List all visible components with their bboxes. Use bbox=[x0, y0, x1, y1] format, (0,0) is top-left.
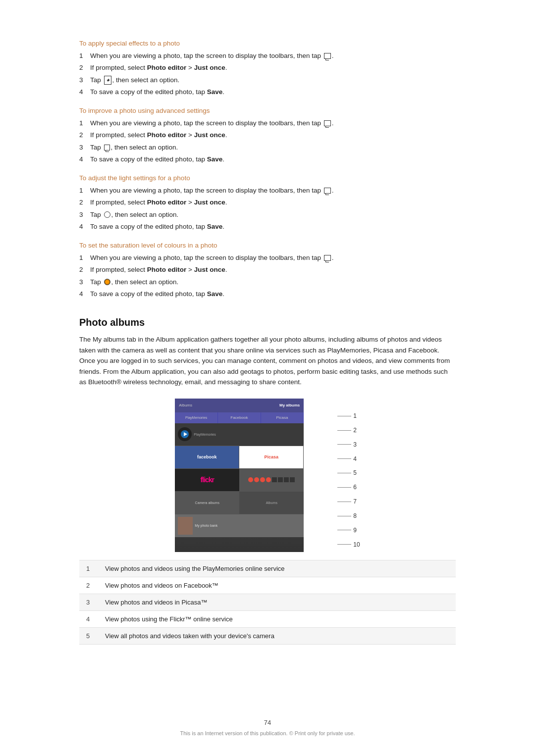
step-1-4: 4 To save a copy of the edited photo, ta… bbox=[79, 87, 456, 97]
photobank-row: My photo bank bbox=[175, 514, 304, 537]
section-adjust-light: To adjust the light settings for a photo… bbox=[79, 174, 456, 232]
legend-num: 5 bbox=[79, 627, 98, 644]
facebook-cell: facebook bbox=[175, 446, 239, 468]
section-heading-4: To set the saturation level of colours i… bbox=[79, 242, 456, 249]
step-2-4: 4 To save a copy of the edited photo, ta… bbox=[79, 154, 456, 164]
legend-num: 1 bbox=[79, 560, 98, 577]
step-1-3: 3 Tap ✦, then select an option. bbox=[79, 75, 456, 85]
step-4-1: 1 When you are viewing a photo, tap the … bbox=[79, 253, 456, 263]
step-4-2: 2 If prompted, select Photo editor > Jus… bbox=[79, 265, 456, 275]
photo-albums-section: Photo albums The My albums tab in the Al… bbox=[79, 317, 456, 645]
grid-icon bbox=[104, 145, 110, 151]
steps-list-3: 1 When you are viewing a photo, tap the … bbox=[79, 186, 456, 232]
phone-tab-row: PlayMemories Facebook Picasa bbox=[175, 412, 304, 423]
edit-icon-2 bbox=[324, 120, 331, 126]
step-3-4: 4 To save a copy of the edited photo, ta… bbox=[79, 222, 456, 232]
edit-icon bbox=[324, 53, 331, 59]
my-albums-tab: My albums bbox=[279, 403, 300, 407]
ref-5: 5 bbox=[337, 469, 360, 476]
photo-thumbnails-cell bbox=[240, 469, 304, 491]
tab-picasa: Picasa bbox=[261, 412, 304, 423]
fx-icon: ✦ bbox=[104, 76, 111, 85]
callout-numbers: 1 2 3 4 5 6 7 8 9 10 bbox=[337, 399, 360, 552]
step-1-1: 1 When you are viewing a photo, tap the … bbox=[79, 51, 456, 61]
step-2-1: 1 When you are viewing a photo, tap the … bbox=[79, 118, 456, 128]
legend-text: View photos using the Flickr™ online ser… bbox=[98, 610, 456, 627]
picasa-cell: Picasa bbox=[239, 446, 304, 468]
color-icon bbox=[104, 279, 110, 285]
photo-albums-description: The My albums tab in the Album applicati… bbox=[79, 334, 456, 388]
legend-row: 3View photos and videos in Picasa™ bbox=[79, 594, 456, 610]
playmemories-row: PlayMemories bbox=[175, 423, 304, 446]
ref-8: 8 bbox=[337, 512, 360, 519]
facebook-picasa-row: facebook Picasa bbox=[175, 446, 304, 469]
step-3-3: 3 Tap , then select an option. bbox=[79, 210, 456, 220]
page-number: 74 bbox=[0, 719, 535, 726]
camera-label: Camera albums bbox=[175, 492, 239, 514]
tab-playmemories: PlayMemories bbox=[175, 412, 218, 423]
legend-row: 5View all photos and videos taken with y… bbox=[79, 627, 456, 644]
step-3-2: 2 If prompted, select Photo editor > Jus… bbox=[79, 198, 456, 207]
step-1-2: 2 If prompted, select Photo editor > Jus… bbox=[79, 63, 456, 73]
ref-1: 1 bbox=[337, 412, 360, 419]
edit-icon-3 bbox=[324, 188, 331, 194]
phone-screen: Albums My albums PlayMemories Facebook P… bbox=[175, 399, 304, 552]
section-heading-2: To improve a photo using advanced settin… bbox=[79, 107, 456, 114]
phone-top-bar: Albums My albums bbox=[175, 399, 304, 412]
light-icon bbox=[104, 211, 110, 218]
tab-facebook: Facebook bbox=[218, 412, 261, 423]
legend-num: 3 bbox=[79, 594, 98, 610]
step-4-4: 4 To save a copy of the edited photo, ta… bbox=[79, 289, 456, 299]
section-apply-special-effects: To apply special effects to a photo 1 Wh… bbox=[79, 40, 456, 97]
ref-4: 4 bbox=[337, 455, 360, 462]
ref-3: 3 bbox=[337, 441, 360, 448]
section-saturation: To set the saturation level of colours i… bbox=[79, 242, 456, 299]
section-improve-advanced: To improve a photo using advanced settin… bbox=[79, 107, 456, 164]
camera-row: Camera albums Albums bbox=[175, 492, 304, 514]
legend-row: 1View photos and videos using the PlayMe… bbox=[79, 560, 456, 577]
photo-albums-heading: Photo albums bbox=[79, 317, 456, 328]
step-2-2: 2 If prompted, select Photo editor > Jus… bbox=[79, 130, 456, 140]
screenshot-box: Albums My albums PlayMemories Facebook P… bbox=[175, 399, 333, 552]
legend-row: 2View photos and videos on Facebook™ bbox=[79, 577, 456, 594]
ref-9: 9 bbox=[337, 527, 360, 534]
steps-list-2: 1 When you are viewing a photo, tap the … bbox=[79, 118, 456, 164]
step-3-1: 1 When you are viewing a photo, tap the … bbox=[79, 186, 456, 196]
step-4-3: 3 Tap , then select an option. bbox=[79, 277, 456, 287]
page-footer: 74 This is an Internet version of this p… bbox=[0, 719, 535, 736]
screenshot-container: Albums My albums PlayMemories Facebook P… bbox=[79, 399, 456, 552]
legend-row: 4View photos using the Flickr™ online se… bbox=[79, 610, 456, 627]
playmemories-cell: PlayMemories bbox=[175, 423, 304, 446]
albums-tab: Albums bbox=[179, 403, 279, 407]
flickr-row: flickr bbox=[175, 469, 304, 492]
albums-grid: Albums bbox=[239, 492, 304, 514]
legend-text: View photos and videos using the PlayMem… bbox=[98, 560, 456, 577]
ref-7: 7 bbox=[337, 498, 360, 505]
step-2-3: 3 Tap , then select an option. bbox=[79, 143, 456, 152]
legend-num: 2 bbox=[79, 577, 98, 594]
legend-table: 1View photos and videos using the PlayMe… bbox=[79, 560, 456, 645]
playmemories-label: PlayMemories bbox=[194, 433, 215, 436]
flickr-cell: flickr bbox=[175, 469, 240, 491]
legend-text: View photos and videos in Picasa™ bbox=[98, 594, 456, 610]
photobank-cell: My photo bank bbox=[175, 514, 304, 537]
legend-num: 4 bbox=[79, 610, 98, 627]
ref-6: 6 bbox=[337, 484, 360, 491]
flickr-label: flickr bbox=[201, 476, 214, 484]
ref-10: 10 bbox=[337, 541, 360, 548]
edit-icon-4 bbox=[324, 255, 331, 261]
steps-list-4: 1 When you are viewing a photo, tap the … bbox=[79, 253, 456, 299]
legend-text: View all photos and videos taken with yo… bbox=[98, 627, 456, 644]
section-heading-1: To apply special effects to a photo bbox=[79, 40, 456, 47]
playmemories-logo bbox=[178, 427, 192, 441]
footer-note: This is an Internet version of this publ… bbox=[0, 730, 535, 736]
steps-list-1: 1 When you are viewing a photo, tap the … bbox=[79, 51, 456, 97]
legend-text: View photos and videos on Facebook™ bbox=[98, 577, 456, 594]
section-heading-3: To adjust the light settings for a photo bbox=[79, 174, 456, 182]
ref-2: 2 bbox=[337, 427, 360, 434]
